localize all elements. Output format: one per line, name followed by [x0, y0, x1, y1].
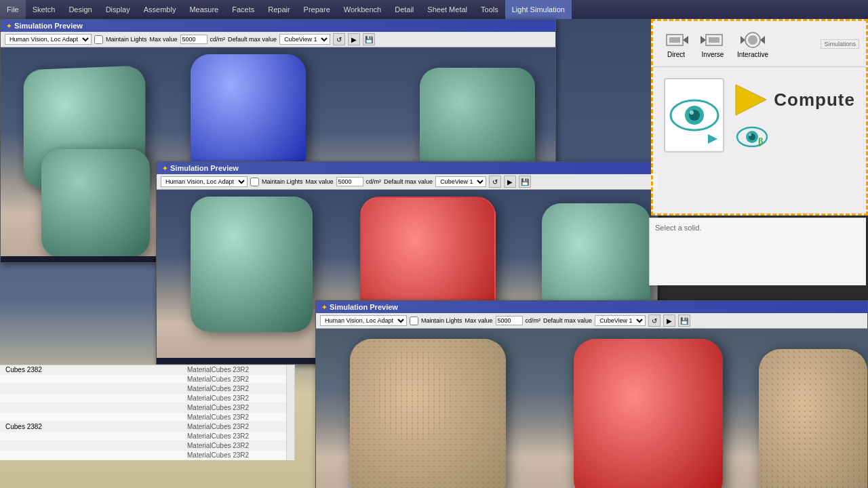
cube-sandy-r-3: [759, 349, 867, 488]
star-icon-3: ✦: [321, 304, 327, 311]
menu-facets[interactable]: Facets: [225, 0, 261, 19]
compute-label: Compute: [774, 89, 855, 110]
menu-workbench[interactable]: Workbench: [337, 0, 388, 19]
star-icon-2: ✦: [162, 165, 167, 172]
menu-sheet-metal[interactable]: Sheet Metal: [420, 0, 474, 19]
menu-light-simulation[interactable]: Light Simulation: [505, 0, 572, 19]
menu-assembly[interactable]: Assembly: [137, 0, 183, 19]
preview-title-label-3: Simulation Preview: [330, 303, 398, 311]
maintain-lights-check-2[interactable]: [250, 178, 259, 186]
direct-icon: [664, 29, 688, 51]
table-cell-right-5: MaterialCubes 23R2: [187, 413, 289, 421]
table-cell-right-9: MaterialCubes 23R2: [187, 451, 289, 459]
table-row-7: MaterialCubes 23R2: [0, 432, 294, 441]
table-row-9: MaterialCubes 23R2: [0, 451, 294, 460]
play-btn-1[interactable]: ▶: [348, 33, 360, 45]
sim-preview-toolbar-3: Human Vision, Loc Adapt Maintain Lights …: [316, 313, 867, 329]
compute-box: Direct Inverse Interactive: [651, 19, 868, 216]
save-btn-2[interactable]: 💾: [519, 176, 531, 188]
maintain-lights-check-1[interactable]: [94, 35, 103, 44]
table-row-4: MaterialCubes 23R2: [0, 403, 294, 413]
svg-marker-3: [709, 37, 719, 43]
table-row-0: Cubes 2382 MaterialCubes 23R2: [0, 365, 294, 375]
refresh-btn-3[interactable]: ↺: [648, 314, 660, 327]
svg-point-15: [749, 134, 751, 136]
svg-point-9: [690, 110, 694, 115]
beta-row: β: [735, 124, 769, 150]
table-cell-left-6: Cubes 2382: [5, 423, 187, 430]
big-play-icon: [732, 81, 770, 119]
cube-sandy-3: [350, 339, 506, 488]
default-max-label-2: Default max value: [384, 178, 433, 185]
vision-select-2[interactable]: Human Vision, Loc Adapt: [161, 176, 248, 187]
max-value-input-3[interactable]: [496, 316, 523, 325]
eye-beta-icon: β: [735, 124, 769, 150]
max-value-input-2[interactable]: [336, 177, 363, 186]
cubeview-select-1[interactable]: CubeView 1 CubeView 2: [279, 34, 330, 45]
menu-detail[interactable]: Detail: [388, 0, 420, 19]
menu-display[interactable]: Display: [99, 0, 137, 19]
menu-repair[interactable]: Repair: [261, 0, 296, 19]
refresh-btn-2[interactable]: ↺: [489, 176, 501, 188]
menu-design[interactable]: Design: [62, 0, 98, 19]
interactive-icon: [741, 29, 765, 51]
cube-teal-2: [191, 197, 313, 332]
maintain-lights-label-2: Maintain Lights: [262, 178, 303, 185]
default-max-label-3: Default max value: [543, 317, 592, 324]
inverse-button[interactable]: Inverse: [696, 26, 729, 61]
table-cell-right-6: MaterialCubes 23R2: [187, 423, 289, 430]
select-solid-text: Select a solid.: [655, 224, 701, 232]
table-row-6: Cubes 2382 MaterialCubes 23R2: [0, 422, 294, 432]
refresh-btn-1[interactable]: ↺: [333, 33, 345, 45]
table-cell-right-7: MaterialCubes 23R2: [187, 432, 289, 440]
scrollbar[interactable]: [286, 365, 294, 460]
menu-tools[interactable]: Tools: [474, 0, 505, 19]
compute-preview-box[interactable]: [664, 78, 724, 152]
max-value-input-1[interactable]: [180, 35, 208, 44]
table-cell-right-3: MaterialCubes 23R2: [187, 394, 289, 402]
menu-sketch[interactable]: Sketch: [26, 0, 62, 19]
star-icon-1: ✦: [6, 22, 12, 30]
select-solid-area: Select a solid.: [649, 218, 866, 285]
table-cell-right-2: MaterialCubes 23R2: [187, 385, 289, 392]
table-row-3: MaterialCubes 23R2: [0, 394, 294, 403]
maintain-lights-check-3[interactable]: [410, 317, 418, 325]
inverse-label: Inverse: [702, 51, 724, 58]
sim-preview-title-3[interactable]: ✦ Simulation Preview: [316, 301, 867, 313]
table-row-1: MaterialCubes 23R2: [0, 375, 294, 384]
sim-preview-title-1[interactable]: ✦ Simulation Preview: [1, 20, 555, 32]
play-btn-3[interactable]: ▶: [663, 314, 675, 327]
play-btn-2[interactable]: ▶: [504, 176, 516, 188]
interactive-button[interactable]: Interactive: [733, 26, 772, 61]
menu-prepare[interactable]: Prepare: [297, 0, 337, 19]
direct-label: Direct: [667, 51, 685, 58]
vision-select-1[interactable]: Human Vision, Loc Adapt Human Vision Sta…: [5, 34, 92, 45]
interactive-label: Interactive: [737, 51, 768, 58]
table-row-2: MaterialCubes 23R2: [0, 384, 294, 394]
table-row-5: MaterialCubes 23R2: [0, 413, 294, 422]
cubeview-select-2[interactable]: CubeView 1: [435, 176, 486, 187]
sim-mode-buttons: Direct Inverse Interactive: [653, 21, 866, 67]
unit-label-3: cd/m²: [526, 317, 541, 324]
save-btn-3[interactable]: 💾: [678, 314, 690, 327]
vision-select-3[interactable]: Human Vision, Loc Adapt: [320, 315, 407, 326]
table-cell-right-8: MaterialCubes 23R2: [187, 442, 289, 449]
sim-preview-title-2[interactable]: ✦ Simulation Preview: [157, 162, 657, 174]
main-content: Simulation Collapse all Expand all Refre…: [0, 19, 868, 488]
direct-button[interactable]: Direct: [660, 26, 692, 61]
cube-teal-bl-1: [41, 149, 150, 256]
svg-point-5: [748, 35, 757, 45]
table-cell-right-4: MaterialCubes 23R2: [187, 404, 289, 411]
maintain-lights-label-1: Maintain Lights: [106, 36, 147, 43]
max-value-label-2: Max value: [306, 178, 334, 185]
compute-main: Compute β: [653, 67, 866, 163]
small-play-icon: [705, 132, 719, 147]
menu-file[interactable]: File: [0, 0, 26, 19]
menu-measure[interactable]: Measure: [182, 0, 225, 19]
sim-preview-toolbar-1: Human Vision, Loc Adapt Human Vision Sta…: [1, 32, 555, 47]
table-cell-right-1: MaterialCubes 23R2: [187, 375, 289, 383]
preview-title-label-1: Simulation Preview: [14, 22, 83, 30]
cubeview-select-3[interactable]: CubeView 1: [595, 315, 646, 326]
table-cell-left-0: Cubes 2382: [5, 366, 187, 373]
save-btn-1[interactable]: 💾: [363, 33, 375, 45]
